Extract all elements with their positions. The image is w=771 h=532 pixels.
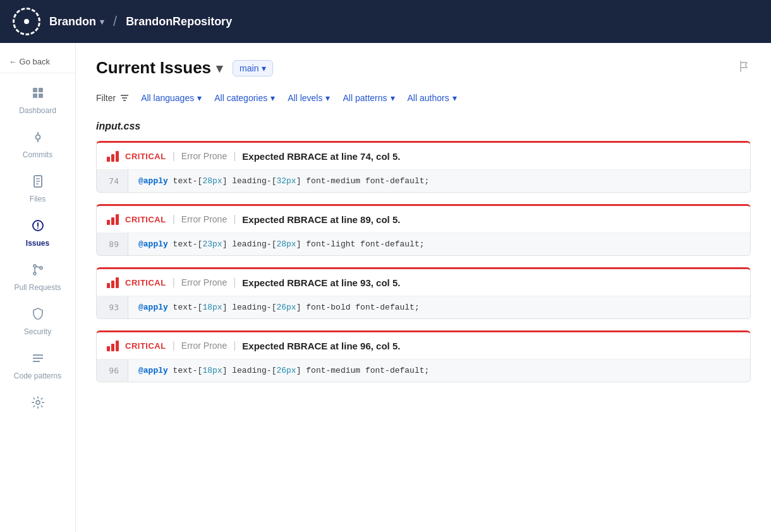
- issue-header: CRITICAL | Error Prone | Expected RBRACE…: [97, 143, 750, 170]
- line-number: 89: [97, 233, 128, 255]
- svg-rect-3: [39, 94, 43, 98]
- svg-point-4: [35, 135, 40, 140]
- code-bracket: 32px: [276, 176, 296, 186]
- issue-card: CRITICAL | Error Prone | Expected RBRACE…: [96, 204, 751, 256]
- categories-filter[interactable]: All categories ▾: [213, 90, 276, 106]
- sidebar-item-label: Code patterns: [14, 372, 61, 380]
- logo-icon: [13, 8, 40, 35]
- severity-badge: CRITICAL: [125, 215, 166, 224]
- code-bracket: 23px: [202, 239, 222, 249]
- dashboard-icon: [31, 86, 45, 103]
- pull-requests-icon: [31, 263, 45, 280]
- patterns-filter[interactable]: All patterns ▾: [341, 90, 396, 106]
- code-patterns-icon: [31, 351, 45, 368]
- page-title: Current Issues ▾: [96, 58, 222, 78]
- code-content: @apply text-[18px] leading-[26px] font-m…: [128, 360, 439, 382]
- levels-chevron-icon: ▾: [325, 93, 330, 103]
- sidebar-item-label: Commits: [23, 150, 52, 159]
- svg-rect-2: [33, 94, 37, 98]
- page-header: Current Issues ▾ main ▾: [96, 58, 751, 78]
- issue-message: Expected RBRACE at line 89, col 5.: [242, 214, 400, 225]
- authors-filter[interactable]: All authors ▾: [406, 90, 458, 106]
- critical-icon: [107, 214, 119, 225]
- line-number: 74: [97, 170, 128, 192]
- severity-badge: CRITICAL: [125, 152, 166, 161]
- code-bracket: 28px: [202, 176, 222, 186]
- sidebar-item-commits[interactable]: Commits: [0, 123, 75, 167]
- issue-message: Expected RBRACE at line 93, col 5.: [242, 277, 400, 288]
- languages-filter[interactable]: All languages ▾: [140, 90, 203, 106]
- sidebar-item-pull-requests[interactable]: Pull Requests: [0, 255, 75, 299]
- category-label: Error Prone: [181, 277, 227, 287]
- category-label: Error Prone: [181, 214, 227, 224]
- levels-filter[interactable]: All levels ▾: [286, 90, 331, 106]
- security-icon: [31, 307, 45, 324]
- line-number: 93: [97, 296, 128, 318]
- categories-chevron-icon: ▾: [270, 93, 275, 103]
- issue-card: CRITICAL | Error Prone | Expected RBRACE…: [96, 141, 751, 193]
- svg-point-14: [33, 265, 36, 267]
- issue-header: CRITICAL | Error Prone | Expected RBRACE…: [97, 206, 750, 233]
- critical-icon: [107, 150, 119, 162]
- main-layout: ← Go back Dashboard Commits Files Issues: [0, 43, 771, 532]
- main-content: Current Issues ▾ main ▾ Filter All langu…: [76, 43, 771, 532]
- code-keyword: @apply: [138, 366, 168, 375]
- user-menu[interactable]: Brandon ▾: [49, 15, 104, 28]
- code-keyword: @apply: [138, 239, 168, 249]
- sidebar-item-label: Files: [30, 195, 46, 203]
- critical-icon: [107, 277, 119, 288]
- issue-code-row: 93 @apply text-[18px] leading-[26px] fon…: [97, 296, 750, 318]
- filter-bar: Filter All languages ▾ All categories ▾ …: [96, 90, 751, 106]
- code-bracket: 26px: [276, 366, 296, 375]
- sidebar-item-dashboard[interactable]: Dashboard: [0, 78, 75, 123]
- go-back-button[interactable]: ← Go back: [0, 51, 75, 73]
- branch-chevron-icon: ▾: [262, 63, 266, 73]
- title-chevron-icon: ▾: [216, 61, 222, 76]
- sidebar-item-label: Security: [24, 327, 51, 336]
- code-bracket: 18px: [202, 366, 222, 375]
- commits-icon: [31, 130, 45, 147]
- patterns-chevron-icon: ▾: [391, 93, 395, 103]
- issue-code-row: 74 @apply text-[28px] leading-[32px] fon…: [97, 170, 750, 192]
- branch-name: main: [240, 63, 258, 73]
- repo-name: BrandonRepository: [126, 15, 232, 28]
- issues-icon: [31, 219, 45, 236]
- sidebar-item-files[interactable]: Files: [0, 167, 75, 211]
- issue-code-row: 89 @apply text-[23px] leading-[28px] fon…: [97, 233, 750, 255]
- code-keyword: @apply: [138, 303, 168, 312]
- sidebar-item-settings[interactable]: [0, 388, 75, 420]
- filter-icon: [119, 93, 130, 103]
- svg-point-13: [37, 227, 39, 229]
- issue-message: Expected RBRACE at line 96, col 5.: [242, 341, 400, 351]
- issue-message: Expected RBRACE at line 74, col 5.: [242, 151, 400, 162]
- svg-rect-0: [33, 88, 37, 92]
- user-chevron-icon: ▾: [100, 17, 104, 27]
- critical-icon: [107, 340, 119, 351]
- flag-button[interactable]: [738, 60, 751, 76]
- top-navigation: Brandon ▾ / BrandonRepository: [0, 0, 771, 43]
- sidebar-item-issues[interactable]: Issues: [0, 211, 75, 255]
- sidebar-item-code-patterns[interactable]: Code patterns: [0, 344, 75, 388]
- issue-header: CRITICAL | Error Prone | Expected RBRACE…: [97, 269, 750, 296]
- sidebar-item-security[interactable]: Security: [0, 299, 75, 344]
- sidebar-item-label: Dashboard: [19, 106, 56, 115]
- category-label: Error Prone: [181, 341, 227, 351]
- code-content: @apply text-[18px] leading-[26px] font-b…: [128, 296, 430, 318]
- files-icon: [31, 174, 45, 191]
- code-bracket: 28px: [276, 239, 296, 249]
- severity-badge: CRITICAL: [125, 341, 166, 351]
- branch-selector[interactable]: main ▾: [233, 60, 273, 76]
- issue-card: CRITICAL | Error Prone | Expected RBRACE…: [96, 330, 751, 382]
- code-bracket: 18px: [202, 303, 222, 312]
- languages-chevron-icon: ▾: [197, 93, 202, 103]
- svg-rect-1: [39, 88, 43, 92]
- line-number: 96: [97, 360, 128, 382]
- code-content: @apply text-[23px] leading-[28px] font-l…: [128, 233, 435, 255]
- severity-badge: CRITICAL: [125, 278, 166, 287]
- svg-point-21: [36, 401, 40, 404]
- issue-code-row: 96 @apply text-[18px] leading-[26px] fon…: [97, 360, 750, 382]
- code-content: @apply text-[28px] leading-[32px] font-m…: [128, 170, 439, 192]
- authors-chevron-icon: ▾: [452, 93, 457, 103]
- code-keyword: @apply: [138, 176, 168, 186]
- issue-header: CRITICAL | Error Prone | Expected RBRACE…: [97, 332, 750, 360]
